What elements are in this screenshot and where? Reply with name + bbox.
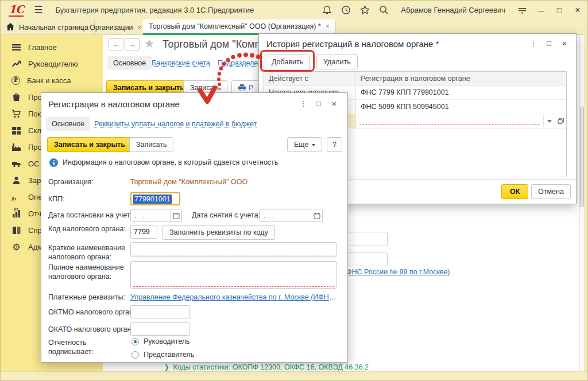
reg-save-close-button[interactable]: Записать и закрыть xyxy=(47,137,132,152)
search-icon[interactable] xyxy=(378,5,389,15)
service-menu-icon[interactable] xyxy=(517,5,528,15)
forward-button[interactable]: → xyxy=(125,38,140,50)
shopping-cart-icon xyxy=(11,109,21,119)
close-tab-icon[interactable]: × xyxy=(138,24,142,32)
tab-label: Торговый дом "Комплексный" ООО (Организа… xyxy=(149,22,321,30)
organization-value[interactable]: Торговый дом "Комплексный" ООО xyxy=(130,178,247,186)
minimize-button[interactable]: — xyxy=(536,7,546,14)
dialog-maximize-icon[interactable]: □ xyxy=(544,39,554,48)
shopping-bag-icon xyxy=(11,92,21,102)
dropdown-button[interactable] xyxy=(543,115,555,127)
app-title: Бухгалтерия предприятия, редакция 3.0 1С… xyxy=(56,6,254,14)
date-registered-field[interactable]: . . xyxy=(130,209,182,222)
reg-tab-main[interactable]: Основное xyxy=(46,117,90,131)
tax-code-field[interactable]: 7799 xyxy=(130,226,157,239)
oktmo-label: ОКТМО налогового органа: xyxy=(48,308,130,317)
tab-label: Начальная страница xyxy=(19,24,88,32)
truck-icon xyxy=(11,159,21,169)
table-header: Действует с Регистрация в налоговом орга… xyxy=(264,72,566,85)
tab-home[interactable]: Начальная страница xyxy=(1,20,95,35)
trend-chart-icon xyxy=(11,59,21,69)
delete-button[interactable]: Удалить xyxy=(316,55,358,69)
full-name-field[interactable] xyxy=(130,261,337,289)
bar-chart-icon xyxy=(11,209,21,219)
status-bar xyxy=(1,371,588,381)
menu-lines-icon xyxy=(11,42,21,52)
tax-code-label: Код налогового органа: xyxy=(48,225,130,234)
sidebar-item-manager[interactable]: Руководителю xyxy=(1,57,103,70)
kpp-label: КПП: xyxy=(48,195,130,204)
okato-label: ОКАТО налогового органа: xyxy=(48,325,130,335)
new-registration-field[interactable] xyxy=(359,117,540,125)
tab-organizations[interactable]: Организации × xyxy=(84,20,148,35)
highlight-add-button xyxy=(260,50,315,72)
dialog-menu-icon[interactable]: ⋮ xyxy=(529,39,538,48)
tab-bar: Начальная страница Организации × Торговы… xyxy=(1,20,588,35)
column-header-valid-from[interactable]: Действует с xyxy=(264,72,356,85)
fns-link[interactable]: ФНС России № 99 по г.Москве) xyxy=(346,268,450,276)
signs-reports-label: Отчетность подписывает: xyxy=(48,339,130,356)
fill-by-code-button[interactable]: Заполнить реквизиты по коду xyxy=(163,225,275,240)
gear-icon: ⚙ xyxy=(11,242,21,252)
cancel-button[interactable]: Отмена xyxy=(531,184,571,199)
dialog-close-icon[interactable]: × xyxy=(560,38,569,48)
ok-button[interactable]: ОК xyxy=(501,184,528,199)
payment-requisites-label: Платежные реквизиты: xyxy=(48,293,130,302)
app-window: 1С ☰ Бухгалтерия предприятия, редакция 3… xyxy=(0,0,588,381)
calendar-icon[interactable] xyxy=(311,209,322,221)
info-text: Информация о налоговом органе, в который… xyxy=(63,158,278,166)
short-name-field[interactable] xyxy=(130,242,337,257)
favorite-star-icon[interactable]: ★ xyxy=(144,37,154,50)
registration-dialog: Регистрация в налоговом органе ⋮ □ × Осн… xyxy=(41,92,348,363)
favorites-star-icon[interactable] xyxy=(359,5,370,15)
factory-icon xyxy=(11,142,21,152)
form-tab-main[interactable]: Основное xyxy=(107,56,152,70)
open-choice-button[interactable] xyxy=(555,115,566,127)
dt-kt-icon: ДтКт xyxy=(11,192,21,202)
date-deregistered-field[interactable]: . . xyxy=(260,209,323,222)
short-name-label: Краткое наименование налогового органа: xyxy=(48,244,130,262)
1c-logo-icon: 1С xyxy=(9,4,24,17)
close-button[interactable]: × xyxy=(572,5,583,15)
reg-save-button[interactable]: Записать xyxy=(129,137,173,152)
expand-chevron-icon[interactable]: ❯ xyxy=(164,363,169,371)
registration-dialog-title: Регистрация в налоговом органе xyxy=(48,99,180,109)
okato-field[interactable] xyxy=(130,322,190,336)
window-right-border xyxy=(584,20,588,381)
radio-representative[interactable]: Представитель xyxy=(131,351,194,359)
column-header-registration[interactable]: Регистрация в налоговом органе xyxy=(356,72,566,85)
main-menu-icon[interactable]: ☰ xyxy=(34,5,42,15)
payment-requisites-link[interactable]: Управление Федерального казначейства по … xyxy=(130,293,338,301)
help-button[interactable]: ? xyxy=(327,137,342,152)
dialog-close-icon[interactable]: × xyxy=(330,99,339,108)
calendar-icon[interactable] xyxy=(170,209,181,221)
radio-icon xyxy=(131,338,139,345)
statistics-codes-line[interactable]: ❯Коды статистики: ОКОПФ 12300, ОКФС 16, … xyxy=(164,363,369,371)
close-tab-icon[interactable]: × xyxy=(326,22,330,30)
notifications-bell-icon[interactable] xyxy=(322,5,332,15)
kpp-field[interactable]: 779901001 xyxy=(130,192,180,205)
dialog-maximize-icon[interactable]: □ xyxy=(314,99,323,108)
tab-label: Организации xyxy=(90,24,133,32)
more-button[interactable]: Еще xyxy=(287,137,322,152)
main-scrollbar-thumb[interactable] xyxy=(580,107,584,207)
sidebar-item-main[interactable]: Главное xyxy=(1,41,103,53)
radio-director[interactable]: Руководитель xyxy=(131,337,190,345)
bank-ruble-icon: ₽ xyxy=(11,76,20,85)
dialog-menu-icon[interactable]: ⋮ xyxy=(299,99,308,108)
info-icon xyxy=(49,158,58,167)
warehouse-grid-icon xyxy=(11,126,21,135)
home-icon xyxy=(6,22,14,32)
user-name[interactable]: Абрамов Геннадий Сергеевич xyxy=(401,6,505,14)
maximize-button[interactable]: □ xyxy=(554,6,564,15)
radio-icon xyxy=(131,351,139,359)
back-button[interactable]: ← xyxy=(109,38,123,50)
full-name-label: Полное наименование налогового органа: xyxy=(48,263,130,281)
oktmo-field[interactable] xyxy=(130,305,190,318)
reg-tab-requisites[interactable]: Реквизиты уплаты налогов и платежей в бю… xyxy=(94,120,257,128)
sidebar-item-bank-cash[interactable]: ₽ Банк и касса xyxy=(1,74,103,87)
tab-organization-card[interactable]: Торговый дом "Комплексный" ООО (Организа… xyxy=(143,20,336,35)
history-icon[interactable] xyxy=(341,5,351,15)
kpp-selected-text: 779901001 xyxy=(133,195,172,204)
caret-down-icon xyxy=(312,144,315,146)
